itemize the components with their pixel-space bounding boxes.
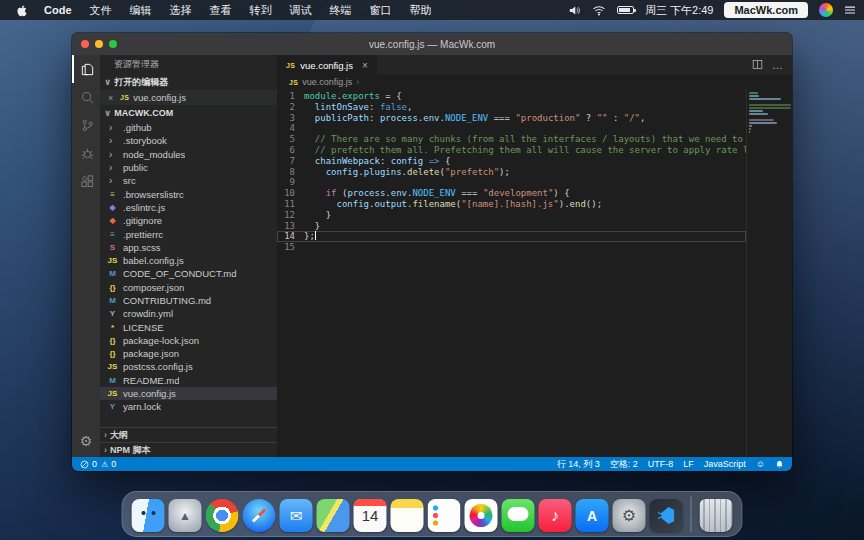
npm-scripts-section-header[interactable]: › NPM 脚本	[100, 442, 277, 457]
close-button[interactable]	[81, 40, 89, 48]
dock-calendar-icon[interactable]: 14	[354, 499, 387, 532]
file-.browserslistrc[interactable]: ≡.browserslistrc	[100, 187, 277, 200]
menubar-menu-2[interactable]: 文件	[81, 0, 121, 20]
file-package.json[interactable]: {}package.json	[100, 347, 277, 360]
macwk-badge[interactable]: MacWk.com	[724, 2, 808, 18]
folder-.storybook[interactable]: ›.storybook	[100, 134, 277, 147]
file-package-lock.json[interactable]: {}package-lock.json	[100, 334, 277, 347]
dock-mail-icon[interactable]: ✉	[280, 499, 313, 532]
file-vue.config.js[interactable]: JSvue.config.js	[100, 387, 277, 400]
code-line-12[interactable]: 12 }	[277, 210, 746, 221]
code-line-1[interactable]: 1module.exports = {	[277, 91, 746, 102]
battery-icon[interactable]	[617, 6, 634, 14]
cursor-position[interactable]: 行 14, 列 3	[557, 458, 600, 471]
apple-menu[interactable]	[8, 4, 35, 17]
menubar-menu-9[interactable]: 窗口	[361, 0, 401, 20]
dock-photos-icon[interactable]	[465, 499, 498, 532]
dock-chrome-icon[interactable]	[206, 499, 239, 532]
tab-close-icon[interactable]: ×	[362, 60, 368, 71]
dock-safari-icon[interactable]	[243, 499, 276, 532]
file-LICENSE[interactable]: *LICENSE	[100, 320, 277, 333]
notification-center-icon[interactable]	[844, 5, 856, 15]
minimize-button[interactable]	[95, 40, 103, 48]
breadcrumb[interactable]: JS vue.config.js ›	[277, 75, 792, 89]
menubar-clock[interactable]: 周三 下午2:49	[645, 3, 713, 18]
open-editor-item[interactable]: × JS vue.config.js	[100, 90, 277, 105]
dock-trash-icon[interactable]	[700, 499, 733, 532]
code-line-14[interactable]: 14};	[277, 231, 746, 242]
outline-section-header[interactable]: › 大纲	[100, 427, 277, 442]
code-line-4[interactable]: 4	[277, 123, 746, 134]
minimap[interactable]	[746, 89, 792, 457]
file-crowdin.yml[interactable]: Ycrowdin.yml	[100, 307, 277, 320]
folder-node_modules[interactable]: ›node_modules	[100, 148, 277, 161]
language-mode[interactable]: JavaScript	[704, 459, 746, 469]
volume-icon[interactable]	[568, 5, 581, 16]
code-line-11[interactable]: 11 config.output.filename("[name].[hash]…	[277, 199, 746, 210]
dock-messages-icon[interactable]	[502, 499, 535, 532]
file-postcss.config.js[interactable]: JSpostcss.config.js	[100, 360, 277, 373]
project-section-header[interactable]: ∨ MACWK.COM	[100, 105, 277, 121]
menubar-menu-6[interactable]: 转到	[241, 0, 281, 20]
code-area[interactable]: 1module.exports = {2 lintOnSave: false,3…	[277, 89, 746, 457]
close-icon[interactable]: ×	[108, 93, 116, 103]
folder-src[interactable]: ›src	[100, 174, 277, 187]
zoom-button[interactable]	[109, 40, 117, 48]
file-.gitignore[interactable]: ◆.gitignore	[100, 214, 277, 227]
extensions-icon[interactable]	[72, 167, 100, 195]
dock-maps-icon[interactable]	[317, 499, 350, 532]
encoding[interactable]: UTF-8	[648, 459, 674, 469]
dock-reminders-icon[interactable]	[428, 499, 461, 532]
code-line-7[interactable]: 7 chainWebpack: config => {	[277, 156, 746, 167]
code-line-5[interactable]: 5 // There are so many chunks (from all …	[277, 134, 746, 145]
code-line-3[interactable]: 3 publicPath: process.env.NODE_ENV === "…	[277, 113, 746, 124]
menubar-menu-3[interactable]: 编辑	[121, 0, 161, 20]
split-editor-icon[interactable]	[752, 56, 763, 74]
code-line-9[interactable]: 9	[277, 177, 746, 188]
file-app.scss[interactable]: Sapp.scss	[100, 241, 277, 254]
search-icon[interactable]	[72, 83, 100, 111]
code-line-8[interactable]: 8 config.plugins.delete("prefetch");	[277, 167, 746, 178]
file-babel.config.js[interactable]: JSbabel.config.js	[100, 254, 277, 267]
file-CONTRIBUTING.md[interactable]: MCONTRIBUTING.md	[100, 294, 277, 307]
file-.prettierrc[interactable]: ≡.prettierrc	[100, 227, 277, 240]
dock-finder-icon[interactable]	[132, 499, 165, 532]
explorer-icon[interactable]	[72, 55, 100, 83]
file-README.md[interactable]: MREADME.md	[100, 374, 277, 387]
window-titlebar[interactable]: vue.config.js — MacWk.com	[72, 33, 792, 55]
dock-appstore-icon[interactable]: A	[576, 499, 609, 532]
code-line-13[interactable]: 13 }	[277, 221, 746, 232]
dock-launchpad-icon[interactable]: ▲	[169, 499, 202, 532]
file-yarn.lock[interactable]: Yyarn.lock	[100, 400, 277, 413]
more-actions-icon[interactable]: …	[772, 60, 783, 71]
wifi-icon[interactable]	[592, 5, 606, 16]
folder-public[interactable]: ›public	[100, 161, 277, 174]
folder-.github[interactable]: ›.github	[100, 121, 277, 134]
siri-icon[interactable]	[819, 3, 833, 17]
code-line-2[interactable]: 2 lintOnSave: false,	[277, 102, 746, 113]
menubar-menu-10[interactable]: 帮助	[401, 0, 441, 20]
dock-settings-icon[interactable]: ⚙	[613, 499, 646, 532]
code-line-6[interactable]: 6 // prefetch them all. Prefetching them…	[277, 145, 746, 156]
manage-gear-icon[interactable]: ⚙	[72, 429, 100, 453]
feedback-smiley-icon[interactable]: ☺	[756, 459, 765, 469]
menubar-menu-4[interactable]: 选择	[161, 0, 201, 20]
file-CODE_OF_CONDUCT.md[interactable]: MCODE_OF_CONDUCT.md	[100, 267, 277, 280]
code-line-10[interactable]: 10 if (process.env.NODE_ENV === "develop…	[277, 188, 746, 199]
menubar-menu-7[interactable]: 调试	[281, 0, 321, 20]
menubar-menu-8[interactable]: 终端	[321, 0, 361, 20]
source-control-icon[interactable]	[72, 111, 100, 139]
problems-errors[interactable]: 0	[80, 459, 97, 469]
code-line-15[interactable]: 15	[277, 242, 746, 253]
notifications-bell-icon[interactable]	[775, 460, 784, 469]
menubar-menu-1[interactable]: Code	[35, 0, 81, 20]
file-.eslintrc.js[interactable]: ◆.eslintrc.js	[100, 201, 277, 214]
editor-tab[interactable]: JS vue.config.js ×	[277, 55, 378, 75]
menubar-menu-5[interactable]: 查看	[201, 0, 241, 20]
dock-vscode-icon[interactable]	[650, 499, 683, 532]
eol-sequence[interactable]: LF	[683, 459, 694, 469]
debug-icon[interactable]	[72, 139, 100, 167]
dock-music-icon[interactable]: ♪	[539, 499, 572, 532]
problems-warnings[interactable]: ⚠ 0	[101, 459, 116, 469]
dock-notes-icon[interactable]	[391, 499, 424, 532]
